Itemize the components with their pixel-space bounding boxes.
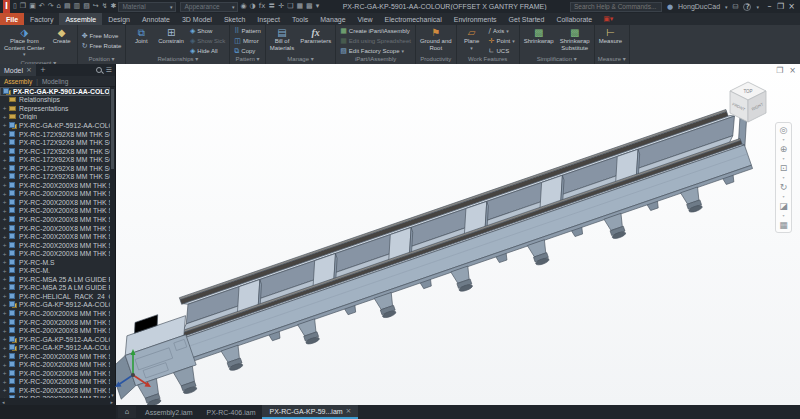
tree-item[interactable]: +PX-RC-MSA 25 A LM GUIDE FOR G (0, 275, 110, 284)
tree-item[interactable]: +PX-RC-M. (0, 266, 110, 275)
tree-root-node[interactable]: PX-RC-GA-KP-5901-AA-COLOUR( (0, 87, 110, 96)
tree-item[interactable]: +PX-RC-200X200X8 MM THK SQ PIPE (0, 249, 110, 258)
tab-inspect[interactable]: Inspect (251, 13, 286, 25)
expand-icon[interactable]: + (2, 379, 7, 385)
tree-item[interactable]: +PX-RC-200X200X8 MM THK SQ PIPE (0, 241, 110, 250)
expand-icon[interactable]: + (2, 285, 7, 291)
tree-item[interactable]: +PX-RC-200X200X8 MM THK SQ PIPE (0, 207, 110, 216)
plane-button[interactable]: ▱Plane▾ (459, 26, 485, 55)
browser-tab-model[interactable]: Model × (0, 64, 36, 76)
view-options-icon[interactable]: ▦ (779, 220, 788, 230)
tree-item[interactable]: +PX-RC-200X200X8 MM THK SQ PIPE (0, 369, 110, 378)
scrollbar-thumb[interactable] (111, 89, 114, 169)
tree-item[interactable]: +PX-RC-HELICAL_RACK_24_GLOB1 (0, 292, 110, 301)
component-icon[interactable]: ▧ (83, 0, 90, 13)
tab-manage[interactable]: Manage (314, 13, 351, 25)
print-icon[interactable]: ▤ (64, 0, 71, 13)
expand-icon[interactable]: + (2, 276, 7, 282)
tree-item[interactable]: +PX-RC-GA-KP-5912-AA-COLOURE (0, 335, 110, 344)
expand-icon[interactable]: + (2, 234, 7, 240)
tree-item[interactable]: +PX-RC-GA-KP-5912-AA-COLOURE (0, 343, 110, 352)
tree-item[interactable]: +Origin (0, 113, 110, 122)
free-rotate-button[interactable]: ↻Free Rotate (80, 41, 124, 50)
expand-icon[interactable]: + (2, 122, 7, 128)
bill-of-materials-button[interactable]: ▤Bill ofMaterials (268, 26, 296, 55)
ribbon-group-label[interactable]: Manage ▾ (266, 55, 335, 64)
tab-sketch[interactable]: Sketch (218, 13, 251, 25)
material-dropdown[interactable]: Material ▾ (118, 2, 176, 12)
constrain-button[interactable]: ⊞Constrain (156, 26, 186, 55)
create-ipart-iassembly-button[interactable]: ▦Create iPart/iAssembly (338, 26, 413, 35)
tree-item[interactable]: +PX-RC-200X200X8 MM THK SQ PIPE (0, 181, 110, 190)
open-icon[interactable]: ❒ (20, 0, 26, 13)
parameters-button[interactable]: fxParameters (298, 26, 333, 55)
create-button[interactable]: ◆Create (49, 26, 75, 59)
expand-icon[interactable]: + (2, 165, 7, 171)
axis-button[interactable]: ∕Axis▾ (487, 26, 517, 35)
layers-icon[interactable]: ❏ (287, 0, 293, 13)
tree-item[interactable]: +PX-RC-200X200X8 MM THK SQ PIPE (0, 232, 110, 241)
search-icon[interactable] (96, 67, 102, 73)
screencast-record-icon[interactable]: ▣▾ (598, 13, 618, 25)
tree-item[interactable]: +PX-RC-GA-KP-5912-AA-COLOUR( (0, 121, 110, 130)
expand-icon[interactable]: + (2, 268, 7, 274)
close-button[interactable]: × (786, 2, 797, 11)
mirror-button[interactable]: ◫Mirror (232, 36, 263, 45)
ribbon-group-label[interactable]: Measure ▾ (595, 55, 629, 64)
image-icon[interactable]: ▩ (306, 0, 313, 13)
expand-icon[interactable]: + (2, 199, 7, 205)
expand-icon[interactable]: + (2, 114, 7, 120)
place-from-content-center-button[interactable]: ⬗Place fromContent Center▾ (2, 26, 47, 59)
menu-icon[interactable]: ☰ (106, 66, 112, 74)
appearance-dropdown[interactable]: Appearance ▾ (180, 2, 238, 12)
tab-annotate[interactable]: Annotate (136, 13, 176, 25)
show-button[interactable]: ◈Show (188, 26, 227, 35)
expand-icon[interactable]: + (2, 131, 7, 137)
tree-item[interactable]: +PX-RC-MSA 25 A LM GUIDE FOR G (0, 284, 110, 293)
user-name[interactable]: HongDucCad (678, 3, 720, 10)
free-move-button[interactable]: ✥Free Move (80, 31, 124, 40)
inventor-logo[interactable]: I (3, 0, 10, 13)
tree-item[interactable]: +PX-RC-172X92X8 MM THK SQ PIPE (0, 164, 110, 173)
document-tab[interactable]: PX-RC-406.iam (199, 405, 262, 419)
shrinkwrap-substitute-button[interactable]: ▩ShrinkwrapSubstitute (558, 26, 592, 55)
expand-icon[interactable]: + (2, 242, 7, 248)
redo-icon[interactable]: ↷ (48, 0, 54, 13)
tree-item[interactable]: +PX-RC-172X92X8 MM THK SQ PIPE (0, 147, 110, 156)
copy-button[interactable]: ⧉Copy (232, 46, 263, 55)
restore-button[interactable]: ❐ (775, 2, 786, 11)
tree-item[interactable]: +Representations (0, 104, 110, 113)
document-tab[interactable]: PX-RC-GA-KP-59...iam× (262, 405, 358, 419)
tab-file[interactable]: File (0, 13, 24, 25)
home-icon[interactable]: ⌂ (57, 0, 61, 13)
ribbon-group-label[interactable]: Pattern ▾ (230, 55, 265, 64)
expand-icon[interactable]: + (2, 174, 7, 180)
expand-icon[interactable]: + (2, 319, 7, 325)
chevron-down-icon[interactable]: ▾ (725, 4, 728, 10)
ipart-icon[interactable]: ▥ (74, 0, 81, 13)
tree-item[interactable]: +PX-RC-200X200X8 MM THK SQ PIPE (0, 215, 110, 224)
pattern-button[interactable]: ⠿Pattern (232, 26, 263, 35)
tree-item[interactable]: +PX-RC-M.S (0, 258, 110, 267)
cart-icon[interactable]: ⛁ (733, 3, 739, 11)
point-button[interactable]: ✛Point▾ (487, 36, 517, 45)
expand-icon[interactable]: + (2, 345, 7, 351)
ribbon-group-label[interactable]: Simplification ▾ (520, 55, 594, 64)
expand-icon[interactable]: + (2, 157, 7, 163)
edit-factory-scope-button[interactable]: ▧Edit Factory Scope▾ (338, 46, 413, 55)
expand-icon[interactable]: + (2, 293, 7, 299)
3d-viewport[interactable]: ❐× TOP FRONT RIGHT ◎▾⊕▾⊡▾↻▾◪▾▦ (116, 64, 800, 405)
orbit-icon[interactable]: ↻ (780, 182, 788, 192)
tab-modeling[interactable]: Modeling (42, 78, 68, 85)
expand-icon[interactable]: + (2, 216, 7, 222)
ribbon-group-label[interactable]: Productivity (416, 55, 456, 64)
tree-item[interactable]: +PX-RC-200X200X8 MM THK SQ PIPE (0, 326, 110, 335)
return-icon[interactable]: ↪ (93, 0, 99, 13)
tree-item[interactable]: +PX-RC-172X92X8 MM THK SQ PIPE (0, 172, 110, 181)
doc-close-button[interactable]: × (789, 66, 796, 75)
home-view-button[interactable]: ⌂ (118, 406, 136, 418)
expand-icon[interactable]: + (2, 328, 7, 334)
look-at-icon[interactable]: ◪ (779, 201, 788, 211)
expand-icon[interactable]: + (2, 259, 7, 265)
tree-item[interactable]: +PX-RC-200X200X8 MM THK SQ PIPE (0, 386, 110, 395)
